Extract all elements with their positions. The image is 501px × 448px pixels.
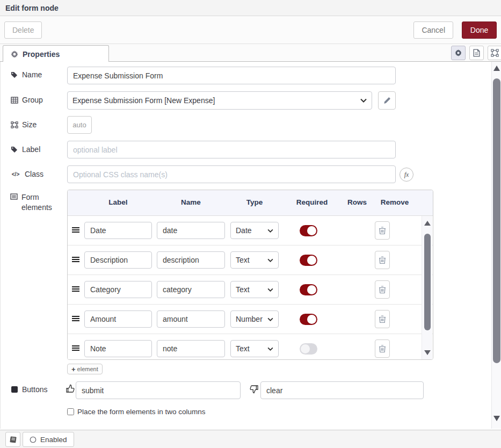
drag-handle-icon[interactable]	[72, 286, 79, 293]
edit-group-button[interactable]	[378, 91, 396, 110]
trash-icon	[379, 226, 386, 235]
name-label: Name	[10, 70, 42, 79]
code-icon: </>	[10, 171, 21, 177]
dialog-footer: Enabled	[0, 430, 501, 448]
size-label: Size	[10, 120, 37, 129]
trash-icon	[379, 285, 386, 294]
element-type-select[interactable]: Text	[230, 251, 279, 269]
scroll-down-icon[interactable]	[493, 416, 500, 421]
two-columns-checkbox[interactable]	[67, 408, 74, 415]
trash-icon	[379, 315, 386, 323]
tab-button-appearance[interactable]	[488, 46, 501, 60]
element-label-input[interactable]	[84, 222, 152, 239]
chevron-down-icon	[267, 229, 273, 233]
class-expression-button[interactable]: fx	[400, 168, 413, 182]
tag-icon	[10, 71, 18, 78]
element-type-select[interactable]: Text	[230, 340, 279, 357]
element-label-input[interactable]	[84, 281, 152, 298]
element-label-input[interactable]	[84, 310, 152, 328]
dialog-title: Edit form node	[5, 4, 59, 12]
gear-icon	[10, 50, 18, 58]
element-name-input[interactable]	[157, 340, 225, 357]
add-element-button[interactable]: + element	[67, 364, 103, 374]
element-name-input[interactable]	[157, 281, 225, 298]
required-toggle[interactable]	[300, 255, 317, 266]
element-label-input[interactable]	[84, 340, 152, 357]
form-element-row: Text	[68, 245, 433, 275]
clear-button-text-input[interactable]	[260, 381, 424, 399]
required-toggle[interactable]	[300, 284, 317, 295]
drag-handle-icon[interactable]	[72, 345, 79, 352]
tag-icon	[10, 146, 18, 153]
class-input[interactable]	[67, 165, 396, 183]
remove-element-button[interactable]	[375, 310, 390, 328]
panel-scrollbar-thumb[interactable]	[493, 78, 500, 363]
circle-icon	[30, 436, 37, 443]
name-input[interactable]	[67, 67, 396, 84]
element-label-input[interactable]	[84, 251, 152, 269]
delete-button[interactable]: Delete	[4, 21, 42, 39]
tab-button-description[interactable]	[469, 46, 484, 60]
required-toggle[interactable]	[300, 343, 317, 355]
form-element-row: Date	[68, 216, 433, 245]
fx-icon: fx	[404, 171, 409, 179]
tab-bar: Properties	[0, 44, 501, 62]
drag-handle-icon[interactable]	[72, 227, 79, 234]
object-frame-icon	[491, 49, 499, 57]
element-type-select[interactable]: Number	[230, 310, 279, 328]
node-enabled-toggle[interactable]: Enabled	[23, 432, 74, 447]
plus-icon: +	[71, 365, 76, 373]
drag-handle-icon[interactable]	[72, 316, 79, 322]
scroll-up-icon[interactable]	[424, 221, 431, 226]
scroll-up-icon[interactable]	[493, 66, 500, 71]
book-icon	[9, 436, 17, 443]
thumbs-up-icon	[66, 384, 75, 393]
required-toggle[interactable]	[300, 225, 317, 236]
cancel-button[interactable]: Cancel	[413, 21, 453, 39]
two-columns-option: Place the form elements in two columns	[67, 408, 206, 416]
thumbs-down-icon	[250, 385, 258, 394]
tab-properties[interactable]: Properties	[3, 45, 109, 62]
group-select[interactable]: Expense Submission Form [New Expense]	[67, 91, 372, 110]
pencil-icon	[383, 97, 391, 104]
enabled-label: Enabled	[40, 436, 67, 444]
drag-handle-icon[interactable]	[72, 257, 79, 263]
remove-element-button[interactable]	[375, 221, 390, 240]
class-label: </> Class	[10, 170, 43, 178]
node-help-button[interactable]	[5, 432, 20, 447]
remove-element-button[interactable]	[375, 339, 390, 358]
done-button[interactable]: Done	[462, 21, 497, 39]
form-elements-label: Form elements	[10, 192, 56, 213]
tab-button-properties[interactable]	[451, 46, 466, 60]
size-auto-button[interactable]: auto	[67, 116, 92, 134]
element-name-input[interactable]	[157, 310, 225, 328]
gear-icon	[455, 49, 462, 56]
form-elements-table: Label Name Type Required Rows Remove Dat…	[67, 190, 433, 360]
edit-form-node-dialog: Edit form node Delete Cancel Done Proper…	[0, 0, 501, 448]
remove-element-button[interactable]	[375, 280, 390, 299]
chevron-down-icon	[267, 347, 273, 351]
chevron-down-icon	[267, 258, 273, 262]
remove-element-button[interactable]	[375, 251, 390, 269]
square-icon	[10, 386, 18, 393]
form-elements-rows: Date Text	[68, 216, 433, 360]
scroll-down-icon[interactable]	[424, 350, 431, 355]
trash-icon	[379, 256, 386, 264]
element-type-select[interactable]: Date	[230, 222, 279, 239]
element-name-input[interactable]	[157, 222, 225, 239]
panel-scrollbar[interactable]	[491, 62, 501, 429]
element-name-input[interactable]	[157, 251, 225, 269]
chevron-down-icon	[360, 98, 367, 103]
col-header-name: Name	[157, 198, 225, 206]
object-frame-icon	[10, 121, 18, 128]
form-element-row: Number	[68, 305, 433, 334]
two-columns-label: Place the form elements in two columns	[77, 408, 206, 416]
required-toggle[interactable]	[300, 314, 317, 325]
table-scrollbar-thumb[interactable]	[424, 234, 431, 330]
table-icon	[10, 97, 18, 104]
list-icon	[10, 193, 18, 200]
table-scrollbar[interactable]	[422, 216, 432, 360]
element-type-select[interactable]: Text	[230, 281, 279, 298]
label-input[interactable]	[67, 141, 396, 158]
submit-button-text-input[interactable]	[76, 381, 241, 399]
